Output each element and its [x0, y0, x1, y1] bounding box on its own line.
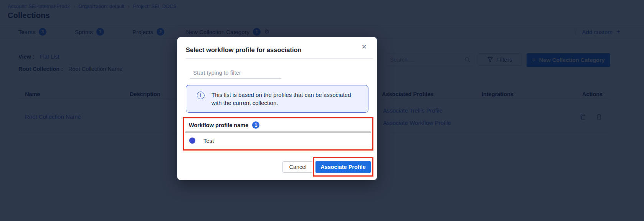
workflow-profile-list-highlight-box: Workflow profile name 1 Test: [183, 117, 373, 151]
divider: [186, 58, 373, 59]
profile-filter-input[interactable]: [190, 68, 281, 79]
section-header: Workflow profile name 1: [189, 121, 259, 129]
collections-page: Account: SEI-Internal-Prod2 › Organizati…: [0, 0, 644, 221]
profile-option-label: Test: [203, 138, 214, 144]
section-header-label: Workflow profile name: [189, 122, 248, 128]
divider: [185, 131, 371, 133]
info-text: This list is based on the profiles that …: [211, 91, 357, 112]
count-badge: 1: [252, 121, 259, 129]
divider: [185, 147, 371, 147]
associate-profile-highlight-box: Associate Profile: [313, 157, 373, 177]
profile-option-test[interactable]: Test: [184, 134, 372, 147]
workflow-profile-modal: Select workflow profile for association …: [177, 37, 377, 180]
modal-title: Select workflow profile for association: [186, 46, 302, 54]
radio-selected-icon[interactable]: [189, 138, 195, 144]
info-callout: i This list is based on the profiles tha…: [186, 85, 368, 113]
cancel-button[interactable]: Cancel: [282, 161, 313, 173]
close-icon[interactable]: ✕: [362, 43, 367, 51]
associate-profile-button[interactable]: Associate Profile: [315, 161, 371, 173]
info-icon: i: [197, 92, 205, 99]
